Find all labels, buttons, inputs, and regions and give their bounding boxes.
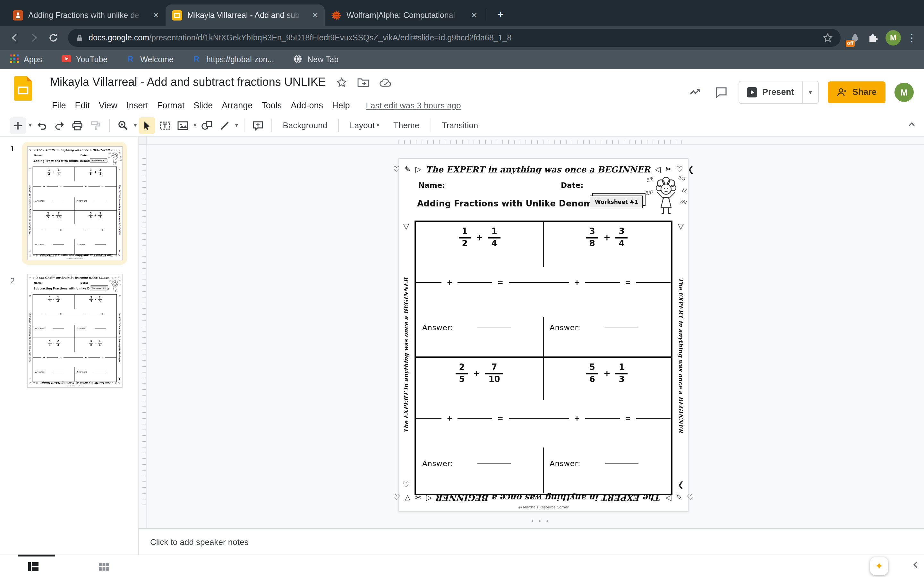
fraction: 12 — [47, 169, 51, 176]
bookmark-item[interactable]: RWelcome — [127, 55, 174, 65]
notes-resize-handle[interactable]: • • • — [531, 518, 550, 524]
redo-button[interactable] — [51, 117, 68, 134]
blank-line — [75, 230, 83, 230]
move-to-folder-icon[interactable] — [357, 77, 369, 87]
svg-text:5/8: 5/8 — [646, 176, 654, 183]
menu-bar: FileEditViewInsertFormatSlideArrangeTool… — [47, 99, 461, 111]
blank-line — [63, 230, 74, 230]
answer-row: Answer: — [77, 243, 115, 246]
image-dropdown[interactable]: ▼ — [192, 122, 198, 128]
print-button[interactable] — [69, 117, 86, 134]
slide-thumbnail-2[interactable]: ♡✎▷I can GROW my brain by learning HARD … — [27, 274, 123, 388]
menu-insert[interactable]: Insert — [122, 99, 153, 111]
numerator: 1 — [56, 296, 60, 300]
present-dropdown-button[interactable]: ▼ — [803, 89, 819, 95]
new-slide-dropdown[interactable]: ▼ — [27, 122, 33, 128]
hide-menus-chevron[interactable] — [907, 120, 916, 131]
activity-dashboard-icon[interactable] — [687, 84, 704, 100]
browser-window: Adding Fractions with unlike de ✕ Mikayl… — [0, 0, 924, 577]
menu-format[interactable]: Format — [153, 99, 189, 111]
tab-close-icon[interactable]: ✕ — [468, 9, 480, 21]
menu-addons[interactable]: Add-ons — [286, 99, 328, 111]
equals-sign: = — [625, 414, 631, 422]
menu-edit[interactable]: Edit — [71, 99, 95, 111]
filmstrip-view-button[interactable] — [27, 560, 40, 573]
bookmark-item[interactable]: YouTube — [61, 55, 107, 64]
answer-blank-line — [53, 201, 64, 201]
bookmark-item[interactable]: Rhttps://global-zon... — [193, 55, 274, 65]
layout-button[interactable]: Layout▼ — [343, 117, 387, 134]
operator: - — [95, 342, 96, 345]
worksheet-right-border: ▽The EXPERT in anything was once a BEGIN… — [118, 167, 121, 253]
fraction: 45 — [47, 296, 51, 303]
paint-format-button[interactable] — [87, 117, 104, 134]
last-edit-link[interactable]: Last edit was 3 hours ago — [366, 101, 461, 110]
insert-image-button[interactable] — [174, 117, 191, 134]
menu-help[interactable]: Help — [328, 99, 355, 111]
theme-button[interactable]: Theme — [387, 117, 426, 134]
zoom-button[interactable] — [115, 117, 132, 134]
speaker-notes-placeholder: Click to add speaker notes — [150, 537, 248, 546]
address-bar[interactable]: docs.google.com/presentation/d/1kNtXGekY… — [68, 29, 841, 47]
answer-label: Answer: — [549, 459, 580, 468]
browser-tab-tpt[interactable]: Adding Fractions with unlike de ✕ — [6, 5, 166, 26]
text-box-button[interactable] — [157, 117, 173, 134]
comment-history-icon[interactable] — [713, 84, 730, 100]
select-tool-button[interactable] — [139, 117, 155, 134]
extension-icon[interactable]: off — [847, 30, 863, 45]
slide-canvas-area: ♡✎▷The EXPERT in anything was once a BEG… — [139, 137, 924, 528]
bottom-view-bar: ✦ — [0, 554, 924, 577]
share-button[interactable]: Share — [828, 81, 885, 103]
back-button[interactable] — [6, 29, 23, 46]
current-slide[interactable]: ♡✎▷The EXPERT in anything was once a BEG… — [399, 158, 688, 512]
browser-tab-slides-active[interactable]: Mikayla Villarreal - Add and sub ✕ — [166, 5, 325, 26]
extensions-puzzle-icon[interactable] — [865, 30, 880, 45]
menu-slide[interactable]: Slide — [189, 99, 217, 111]
insert-comment-button[interactable] — [249, 117, 266, 134]
menu-view[interactable]: View — [94, 99, 122, 111]
grid-view-button[interactable] — [97, 560, 110, 573]
work-line: += — [541, 414, 672, 422]
browser-profile-avatar[interactable]: M — [885, 30, 901, 45]
reload-button[interactable] — [45, 29, 61, 46]
problem-grid: 45-14+=Answer:23-25+=Answer:56-23+=Answe… — [33, 294, 117, 382]
speaker-notes-input[interactable]: Click to add speaker notes — [138, 528, 924, 554]
explore-button[interactable]: ✦ — [870, 557, 888, 575]
star-document-icon[interactable] — [336, 77, 347, 88]
tab-close-icon[interactable]: ✕ — [150, 9, 162, 21]
transition-button[interactable]: Transition — [435, 117, 485, 134]
bookmark-item[interactable]: Apps — [10, 55, 42, 65]
menu-tools[interactable]: Tools — [257, 99, 286, 111]
tab-title: Mikayla Villarreal - Add and sub — [187, 11, 304, 19]
menu-arrange[interactable]: Arrange — [217, 99, 257, 111]
background-button[interactable]: Background — [276, 117, 334, 134]
forward-button[interactable] — [26, 29, 42, 46]
answer-blank-line — [477, 463, 511, 464]
insert-shape-button[interactable] — [198, 117, 215, 134]
browser-menu-icon[interactable]: ⋮ — [906, 32, 918, 44]
denominator: 4 — [56, 300, 60, 303]
tab-close-icon[interactable]: ✕ — [309, 9, 321, 21]
bookmark-item[interactable]: New Tab — [293, 54, 338, 65]
browser-tab-wolfram[interactable]: Wolfram|Alpha: Computational ✕ — [325, 5, 484, 26]
menu-file[interactable]: File — [47, 99, 71, 111]
doodle-icon: ♡ — [393, 493, 401, 502]
bookmark-star-icon[interactable] — [822, 33, 833, 43]
new-slide-button[interactable] — [10, 117, 26, 134]
document-title[interactable]: Mikayla Villarreal - Add and subtract fr… — [50, 76, 326, 89]
line-dropdown[interactable]: ▼ — [234, 122, 239, 128]
insert-line-button[interactable] — [216, 117, 233, 134]
account-avatar[interactable]: M — [895, 82, 914, 102]
undo-button[interactable] — [33, 117, 50, 134]
new-tab-button[interactable]: + — [492, 6, 509, 23]
zoom-dropdown[interactable]: ▼ — [133, 122, 138, 128]
slide-thumbnail-1-selected[interactable]: ♡✎▷The EXPERT in anything was once a BEG… — [22, 142, 127, 265]
present-button[interactable]: Present — [739, 81, 802, 103]
operator: + — [94, 214, 97, 218]
denominator: 3 — [89, 300, 93, 303]
collapse-side-panel-chevron[interactable] — [911, 560, 920, 572]
fraction: 14 — [57, 169, 61, 176]
fraction: 34 — [98, 169, 102, 176]
denominator: 3 — [56, 343, 60, 347]
cloud-saved-icon[interactable] — [379, 77, 392, 87]
